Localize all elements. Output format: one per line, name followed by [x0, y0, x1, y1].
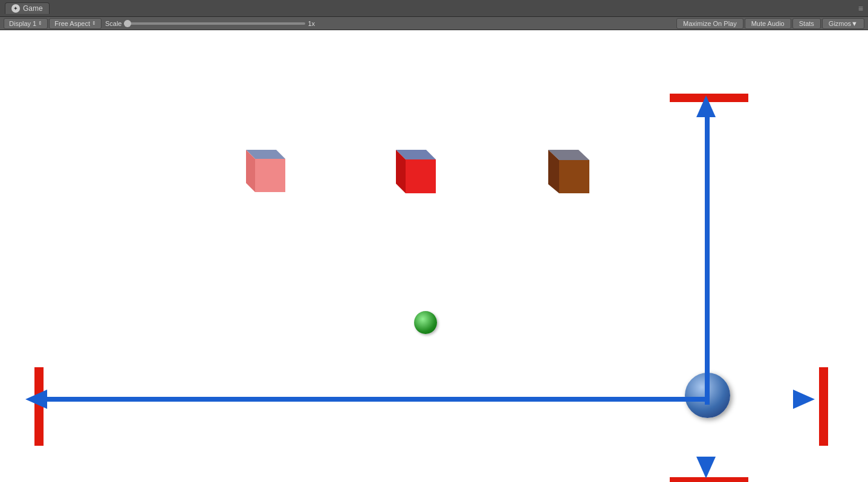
green-sphere: [414, 311, 437, 334]
cube-brown-svg: [541, 145, 604, 202]
scale-container: Scale 1x: [105, 20, 315, 27]
unity-icon: ✦: [11, 4, 20, 13]
stats-button[interactable]: Stats: [792, 18, 821, 29]
scale-label: Scale: [105, 20, 122, 27]
cube-brown: [541, 145, 604, 202]
gizmos-arrow: ▼: [851, 20, 858, 27]
arrow-down-icon: [696, 457, 716, 478]
scale-value: 1x: [308, 20, 315, 27]
scale-slider[interactable]: [124, 22, 305, 25]
aspect-arrow: ⇕: [92, 21, 96, 26]
gizmos-label: Gizmos: [829, 20, 851, 27]
arrow-right-icon: [793, 390, 815, 409]
cube-pink-svg: [237, 144, 297, 198]
aspect-label: Free Aspect: [54, 20, 90, 27]
svg-marker-2: [255, 159, 285, 192]
stats-label: Stats: [799, 20, 814, 27]
arrow-up-icon: [696, 95, 716, 117]
toolbar-right: Maximize On Play Mute Audio Stats Gizmos…: [676, 18, 864, 29]
display-arrow: ⇕: [38, 21, 42, 26]
svg-marker-8: [559, 160, 589, 193]
maximize-on-play-button[interactable]: Maximize On Play: [676, 18, 743, 29]
game-viewport: [0, 30, 868, 482]
svg-marker-5: [406, 159, 436, 193]
mute-audio-button[interactable]: Mute Audio: [745, 18, 791, 29]
display-selector[interactable]: Display 1 ⇕: [4, 18, 48, 29]
tab-label: Game: [23, 4, 43, 13]
title-bar: ✦ Game ≡: [0, 0, 868, 17]
cube-red-svg: [389, 145, 449, 202]
menu-dots-icon[interactable]: ≡: [858, 4, 863, 13]
vertical-gizmo-line: [705, 109, 710, 405]
toolbar: Display 1 ⇕ Free Aspect ⇕ Scale 1x Maxim…: [0, 17, 868, 30]
aspect-selector[interactable]: Free Aspect ⇕: [49, 18, 102, 29]
mute-audio-label: Mute Audio: [751, 20, 785, 27]
gizmos-button[interactable]: Gizmos ▼: [822, 18, 864, 29]
display-label: Display 1: [9, 20, 36, 27]
cube-red: [389, 145, 449, 202]
horizontal-gizmo-line: [44, 397, 708, 402]
red-stop-right: [819, 367, 828, 446]
game-tab[interactable]: ✦ Game: [5, 2, 50, 14]
maximize-label: Maximize On Play: [683, 20, 737, 27]
cube-pink: [237, 144, 297, 198]
